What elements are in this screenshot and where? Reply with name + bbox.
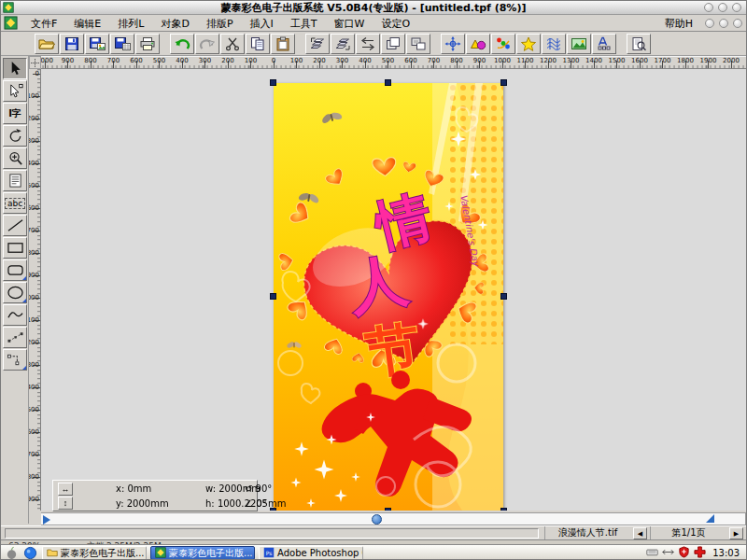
minimize-button[interactable] xyxy=(704,3,713,12)
v-ruler-label: 1200 xyxy=(29,339,39,346)
scroll-thumb[interactable] xyxy=(372,514,382,525)
menu-tools[interactable]: 工具T xyxy=(282,16,326,32)
h-ruler-label: 1000 xyxy=(41,57,56,64)
v-ruler-label: 1600 xyxy=(29,428,39,436)
cut-button[interactable] xyxy=(220,34,245,54)
menu-items: 文件F编辑E排列L对象D排版P插入I工具T窗口W设定O xyxy=(22,15,418,32)
restore-button[interactable] xyxy=(718,3,727,12)
save-button[interactable] xyxy=(60,34,84,54)
menu-edit[interactable]: 编辑E xyxy=(65,16,109,32)
rotate-tool[interactable] xyxy=(3,125,27,147)
save-template-button[interactable] xyxy=(110,34,134,54)
menu-layout[interactable]: 排版P xyxy=(198,16,242,32)
line-tool[interactable] xyxy=(3,215,27,236)
insert-picture-button[interactable] xyxy=(567,34,591,54)
open-button[interactable] xyxy=(35,34,59,54)
health-alert-icon[interactable] xyxy=(694,546,706,560)
rotate-icon: ↺ xyxy=(245,483,252,494)
doc-close-button[interactable] xyxy=(733,19,742,28)
network-icon[interactable] xyxy=(662,546,674,560)
task-montai-app[interactable]: 蒙泰彩色电子出版... xyxy=(150,546,255,560)
selection-handle-middle-left[interactable] xyxy=(270,293,276,300)
paste-button[interactable] xyxy=(271,34,295,54)
selection-handle-top-right[interactable] xyxy=(500,79,507,86)
messenger-icon[interactable] xyxy=(23,546,38,560)
h-scrollbar[interactable] xyxy=(41,512,746,525)
selection-handle-bottom-right[interactable] xyxy=(500,508,507,511)
scroll-left-marker[interactable] xyxy=(43,515,50,525)
task-photoshop[interactable]: PsAdobe Photoshop C... xyxy=(259,546,363,560)
document-window-icon xyxy=(4,16,18,30)
zoom-tool[interactable] xyxy=(3,147,27,169)
curve-tool[interactable] xyxy=(3,304,27,326)
selection-handle-middle-right[interactable] xyxy=(500,293,507,300)
y-position-value: y: 2000mm xyxy=(116,498,205,509)
color-palette-button[interactable] xyxy=(491,34,515,54)
print-button[interactable] xyxy=(135,34,160,54)
task-label: Adobe Photoshop C... xyxy=(277,548,363,558)
v-ruler-label: 300 xyxy=(29,137,39,145)
scroll-right-marker[interactable] xyxy=(706,514,714,523)
menu-insert[interactable]: 插入I xyxy=(242,16,282,32)
apple-icon[interactable] xyxy=(5,546,20,560)
security-alert-icon[interactable] xyxy=(678,546,690,560)
file-list-icon: ◀ xyxy=(638,530,642,537)
selection-handle-top-middle[interactable] xyxy=(385,79,391,86)
polyline-tool[interactable] xyxy=(3,327,27,348)
paragraph-tool[interactable] xyxy=(3,170,27,191)
close-button[interactable] xyxy=(732,3,741,12)
menu-settings[interactable]: 设定O xyxy=(373,16,418,32)
menu-object[interactable]: 对象D xyxy=(152,16,197,32)
text-tool[interactable]: I字 xyxy=(3,103,27,124)
selection-handle-top-left[interactable] xyxy=(270,79,276,86)
text-frame-tool[interactable]: abc xyxy=(3,192,27,214)
bring-forward-button[interactable] xyxy=(305,34,330,54)
flyout-marker xyxy=(22,299,26,302)
menu-arrange[interactable]: 排列L xyxy=(109,16,152,32)
send-backward-button[interactable] xyxy=(331,34,355,54)
flyout-marker xyxy=(22,366,26,370)
h-ruler-label: 800 xyxy=(445,57,468,64)
text-attributes-button[interactable] xyxy=(592,34,616,54)
star-shape-button[interactable] xyxy=(516,34,541,54)
rectangle-tool[interactable] xyxy=(3,237,27,259)
task-montai-folder[interactable]: 蒙泰彩色电子出版... xyxy=(42,546,147,560)
h-ruler-label: 300 xyxy=(194,57,217,64)
duplicate-button[interactable] xyxy=(381,34,405,54)
flip-horizontal-button[interactable]: ↔ xyxy=(58,483,73,496)
menu-window[interactable]: 窗口W xyxy=(326,16,374,32)
poster-page[interactable]: 情 人 节 Valentine's Day xyxy=(274,83,503,511)
combine-button[interactable] xyxy=(406,34,430,54)
distort-button[interactable] xyxy=(542,34,566,54)
direct-select-tool[interactable] xyxy=(3,80,27,102)
menu-file[interactable]: 文件F xyxy=(22,16,65,32)
shapes-button[interactable] xyxy=(466,34,490,54)
save-image-button[interactable] xyxy=(85,34,109,54)
h-ruler-label: 600 xyxy=(125,57,148,64)
ellipse-tool[interactable] xyxy=(3,282,27,303)
select-tool[interactable] xyxy=(3,58,27,79)
taskbar-tasks: 蒙泰彩色电子出版...蒙泰彩色电子出版...PsAdobe Photoshop … xyxy=(42,546,363,560)
canvas[interactable]: 情 人 节 Valentine's Day xyxy=(41,69,746,511)
h-ruler-label: 600 xyxy=(400,57,422,64)
doc-minimize-button[interactable] xyxy=(705,19,714,28)
path-tool[interactable] xyxy=(3,349,27,371)
print-preview-button[interactable] xyxy=(627,34,651,54)
ruler-origin-box[interactable] xyxy=(29,56,41,69)
v-ruler: 0100200300400500600700800900100011001200… xyxy=(29,69,41,511)
status-bar: 浪漫情人节.tif ◀ 第1/1页 ▶ xyxy=(1,525,746,539)
copy-button[interactable] xyxy=(246,34,270,54)
menu-help[interactable]: 帮助H xyxy=(656,16,701,32)
keyboard-icon[interactable] xyxy=(646,546,658,560)
v-ruler-label: 1100 xyxy=(29,316,39,324)
move-origin-button[interactable] xyxy=(441,34,465,54)
undo-button[interactable] xyxy=(170,34,194,54)
redo-button[interactable] xyxy=(195,34,219,54)
selection-handle-bottom-middle[interactable] xyxy=(385,508,391,511)
file-list-button[interactable]: ◀ xyxy=(633,527,647,539)
page-next-button[interactable]: ▶ xyxy=(729,527,743,539)
flip-vertical-button[interactable]: ↕ xyxy=(58,497,73,510)
rounded-rectangle-tool[interactable] xyxy=(3,259,27,281)
swap-order-button[interactable] xyxy=(356,34,380,54)
doc-restore-button[interactable] xyxy=(719,19,728,28)
